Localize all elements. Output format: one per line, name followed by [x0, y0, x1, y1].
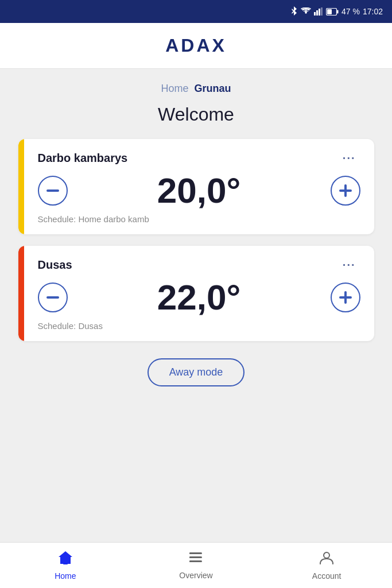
- card-header-2: Dusas ···: [32, 257, 360, 273]
- room-name-2: Dusas: [38, 258, 72, 272]
- temperature-1: 20,0°: [157, 173, 240, 208]
- svg-rect-7: [327, 9, 332, 14]
- card-controls-1: 20,0°: [32, 173, 360, 208]
- svg-rect-6: [337, 10, 339, 13]
- nav-item-account[interactable]: Account: [262, 550, 391, 581]
- more-button-1[interactable]: ···: [338, 150, 360, 166]
- svg-rect-20: [189, 560, 192, 562]
- nav-label-home: Home: [55, 571, 76, 581]
- nav-label-account: Account: [312, 571, 341, 581]
- minus-icon-2: [46, 296, 59, 299]
- breadcrumb-home[interactable]: Home: [161, 83, 188, 95]
- wifi-icon: [301, 7, 311, 16]
- schedule-label-1: Schedule: Home darbo kamb: [32, 214, 360, 224]
- svg-rect-13: [339, 296, 352, 299]
- breadcrumb-current[interactable]: Grunau: [195, 83, 231, 95]
- room-card-darbo-kambarys: Darbo kambarys ··· 20,0° Schedule: Home …: [18, 139, 374, 234]
- svg-rect-19: [189, 556, 192, 558]
- card-header-1: Darbo kambarys ···: [32, 150, 360, 166]
- decrease-temp-1[interactable]: [38, 176, 68, 206]
- nav-label-overview: Overview: [179, 571, 212, 580]
- battery-percent: 47 %: [341, 7, 360, 16]
- card-controls-2: 22,0°: [32, 280, 360, 315]
- app-logo: ADAX: [165, 35, 227, 56]
- minus-icon-1: [46, 189, 59, 192]
- decrease-temp-2[interactable]: [38, 283, 68, 312]
- plus-icon-1: [339, 184, 352, 197]
- card-left-bar-yellow: [18, 139, 24, 234]
- bottom-nav: Home Overview Account: [0, 542, 392, 588]
- svg-rect-8: [46, 189, 59, 192]
- welcome-title: Welcome: [158, 104, 234, 125]
- room-name-1: Darbo kambarys: [38, 152, 128, 165]
- breadcrumb: Home Grunau: [161, 83, 231, 95]
- svg-rect-18: [189, 552, 192, 554]
- card-left-bar-orange: [18, 246, 24, 341]
- nav-item-home[interactable]: Home: [1, 550, 130, 581]
- nav-item-overview[interactable]: Overview: [131, 551, 261, 580]
- more-button-2[interactable]: ···: [338, 257, 360, 273]
- svg-rect-14: [63, 560, 68, 564]
- home-icon: [57, 550, 73, 569]
- account-icon: [319, 550, 334, 569]
- svg-rect-11: [46, 296, 59, 299]
- signal-icon: [314, 7, 323, 16]
- room-card-dusas: Dusas ··· 22,0° Schedule: Dusas: [18, 246, 374, 341]
- temperature-2: 22,0°: [157, 280, 240, 315]
- bluetooth-icon: [290, 6, 298, 17]
- battery-icon: [326, 8, 339, 16]
- svg-rect-4: [321, 7, 323, 16]
- schedule-label-2: Schedule: Dusas: [32, 321, 360, 331]
- away-mode-button[interactable]: Away mode: [148, 358, 245, 386]
- app-header: ADAX: [0, 23, 392, 69]
- plus-icon-2: [339, 291, 352, 304]
- main-content: Home Grunau Welcome Darbo kambarys ··· 2…: [0, 69, 392, 542]
- increase-temp-2[interactable]: [331, 283, 360, 312]
- increase-temp-1[interactable]: [331, 176, 360, 206]
- time-display: 17:02: [363, 7, 383, 16]
- status-bar: 47 % 17:02: [0, 0, 392, 23]
- svg-point-21: [324, 552, 329, 558]
- svg-rect-2: [316, 10, 318, 16]
- svg-rect-10: [339, 189, 352, 192]
- overview-icon: [188, 551, 203, 568]
- svg-rect-3: [319, 9, 320, 16]
- svg-rect-1: [314, 12, 316, 16]
- status-icons: 47 % 17:02: [290, 6, 383, 17]
